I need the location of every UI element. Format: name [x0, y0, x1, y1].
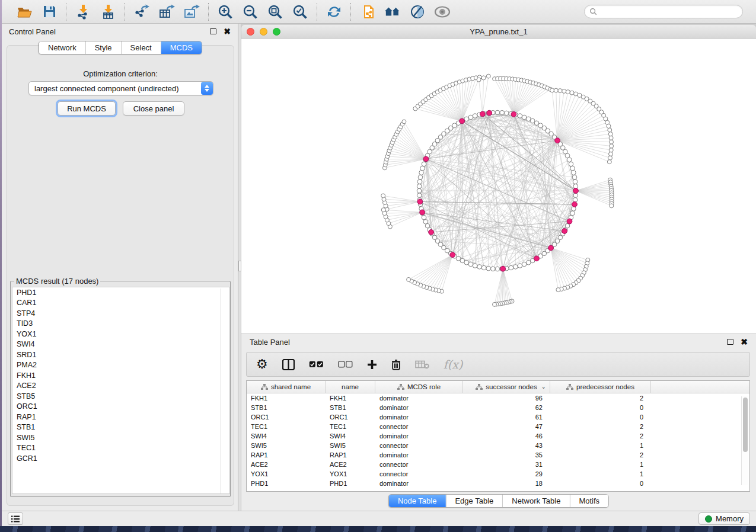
table-row-ACE2[interactable]: ACE2ACE2connector311: [247, 460, 749, 469]
main-toolbar: [2, 0, 756, 24]
cell: 2: [550, 450, 651, 460]
cell: dominator: [375, 431, 463, 441]
network-canvas[interactable]: [241, 39, 756, 334]
export-image-icon[interactable]: [183, 4, 200, 20]
column-header-shared-name[interactable]: shared name: [247, 381, 326, 393]
zoom-fit-content-icon[interactable]: [267, 4, 283, 20]
network-window-titlebar[interactable]: YPA_prune.txt_1: [241, 25, 756, 39]
mcds-result-item[interactable]: TID3: [12, 319, 229, 329]
column-layout-icon[interactable]: [282, 359, 295, 370]
tab-network[interactable]: Network: [39, 41, 85, 54]
column-header-name[interactable]: name: [326, 381, 375, 393]
table-row-YOX1[interactable]: YOX1YOX1connector291: [247, 469, 749, 479]
cell: SWI4: [247, 431, 326, 441]
table-row-STB1[interactable]: STB1STB1dominator620: [247, 403, 749, 412]
tab-mcds[interactable]: MCDS: [161, 41, 202, 54]
export-network-icon[interactable]: [133, 4, 150, 20]
cell: PHD1: [326, 479, 375, 488]
mcds-result-item[interactable]: SRD1: [12, 350, 229, 360]
status-bar: Memory: [2, 511, 756, 526]
mcds-result-item[interactable]: ORC1: [12, 402, 229, 412]
close-icon[interactable]: ✖: [224, 28, 231, 34]
mcds-result-item[interactable]: YOX1: [12, 329, 229, 339]
cell: 0: [550, 479, 651, 488]
task-history-button[interactable]: [8, 512, 23, 525]
list-icon: [11, 515, 20, 523]
mcds-result-item[interactable]: TEC1: [12, 443, 229, 454]
search-icon: [589, 8, 597, 15]
mcds-result-group: MCDS result (17 nodes) PHD1CAR1STP4TID3Y…: [10, 277, 231, 497]
tab-motifs[interactable]: Motifs: [569, 495, 608, 507]
cell: 96: [463, 393, 550, 403]
cell: 29: [463, 469, 550, 479]
tab-network-table[interactable]: Network Table: [502, 495, 569, 507]
table-row-FKH1[interactable]: FKH1FKH1dominator962: [247, 393, 749, 403]
export-table-icon[interactable]: [158, 4, 175, 20]
select-all-icon[interactable]: [309, 361, 324, 368]
table-row-PHD1[interactable]: PHD1PHD1dominator180: [247, 479, 749, 488]
delete-table-icon: [415, 360, 429, 369]
save-session-icon[interactable]: [41, 4, 58, 20]
open-session-home-icon[interactable]: [384, 4, 401, 20]
mcds-result-item[interactable]: PMA2: [12, 360, 229, 371]
open-file-icon[interactable]: [16, 4, 33, 20]
close-icon[interactable]: ✖: [741, 339, 748, 345]
float-window-icon[interactable]: [727, 339, 733, 345]
toggle-graphics-details-icon[interactable]: [409, 4, 426, 20]
cell: FKH1: [247, 393, 326, 403]
mcds-result-item[interactable]: RAP1: [12, 412, 229, 422]
cell: 2: [550, 431, 651, 441]
show-hide-panel-icon[interactable]: [434, 4, 451, 20]
mcds-result-item[interactable]: FKH1: [12, 370, 229, 381]
tab-edge-table[interactable]: Edge Table: [445, 495, 502, 507]
table-row-RAP1[interactable]: RAP1RAP1dominator352: [247, 450, 749, 460]
deselect-all-icon[interactable]: [338, 361, 353, 368]
table-scrollbar-thumb[interactable]: [743, 398, 748, 452]
mcds-result-item[interactable]: PHD1: [12, 287, 229, 298]
mcds-result-item[interactable]: GCR1: [12, 453, 229, 464]
mcds-result-item[interactable]: CAR1: [12, 298, 229, 309]
cell: ACE2: [247, 460, 326, 469]
table-row-SWI5[interactable]: SWI5SWI5connector431: [247, 441, 749, 450]
zoom-out-icon[interactable]: [242, 4, 259, 20]
zoom-in-icon[interactable]: [217, 4, 234, 20]
function-builder-icon: f(x): [444, 358, 463, 371]
tab-select[interactable]: Select: [121, 41, 161, 54]
float-window-icon[interactable]: [210, 28, 216, 34]
import-network-from-file-icon[interactable]: [75, 4, 91, 20]
run-mcds-button[interactable]: Run MCDS: [58, 101, 116, 116]
refresh-view-icon[interactable]: [326, 4, 342, 20]
import-table-from-file-icon[interactable]: [100, 4, 116, 20]
mcds-result-item[interactable]: STB5: [12, 391, 229, 402]
list-scrollbar-track[interactable]: [221, 289, 221, 494]
tab-node-table[interactable]: Node Table: [389, 495, 446, 507]
mcds-result-item[interactable]: SWI4: [12, 339, 229, 350]
column-header-predecessor-nodes[interactable]: predecessor nodes: [550, 381, 651, 393]
criterion-value: largest connected component (undirected): [29, 84, 201, 93]
column-label: MCDS role: [407, 383, 441, 390]
sort-desc-icon: ⌄: [541, 383, 546, 390]
table-scrollbar-track[interactable]: [741, 396, 748, 485]
memory-button[interactable]: Memory: [698, 512, 750, 525]
table-row-TEC1[interactable]: TEC1TEC1connector472: [247, 422, 749, 431]
search-input[interactable]: [597, 8, 738, 16]
column-header-MCDS-role[interactable]: MCDS role: [375, 381, 463, 393]
delete-column-icon[interactable]: [391, 359, 401, 370]
mcds-result-list[interactable]: PHD1CAR1STP4TID3YOX1SWI4SRD1PMA2FKH1ACE2…: [12, 287, 230, 494]
close-panel-button[interactable]: Close panel: [123, 101, 184, 116]
column-header-successor-nodes[interactable]: successor nodes⌄: [463, 381, 550, 393]
add-column-icon[interactable]: [367, 360, 377, 370]
share-document-icon[interactable]: [359, 4, 376, 20]
mcds-result-item[interactable]: STB1: [12, 422, 229, 433]
search-field[interactable]: [584, 5, 743, 18]
tab-style[interactable]: Style: [85, 41, 121, 54]
mcds-result-item[interactable]: ACE2: [12, 381, 229, 392]
zoom-selected-icon[interactable]: [292, 4, 308, 20]
table-row-ORC1[interactable]: ORC1ORC1dominator610: [247, 412, 749, 422]
mcds-result-item[interactable]: STP4: [12, 308, 229, 319]
mcds-result-item[interactable]: SWI5: [12, 432, 229, 443]
criterion-dropdown[interactable]: largest connected component (undirected): [28, 81, 213, 95]
table-settings-icon[interactable]: ⚙: [256, 357, 268, 372]
table-panel-title: Table Panel: [250, 338, 290, 347]
table-row-SWI4[interactable]: SWI4SWI4dominator462: [247, 431, 749, 441]
